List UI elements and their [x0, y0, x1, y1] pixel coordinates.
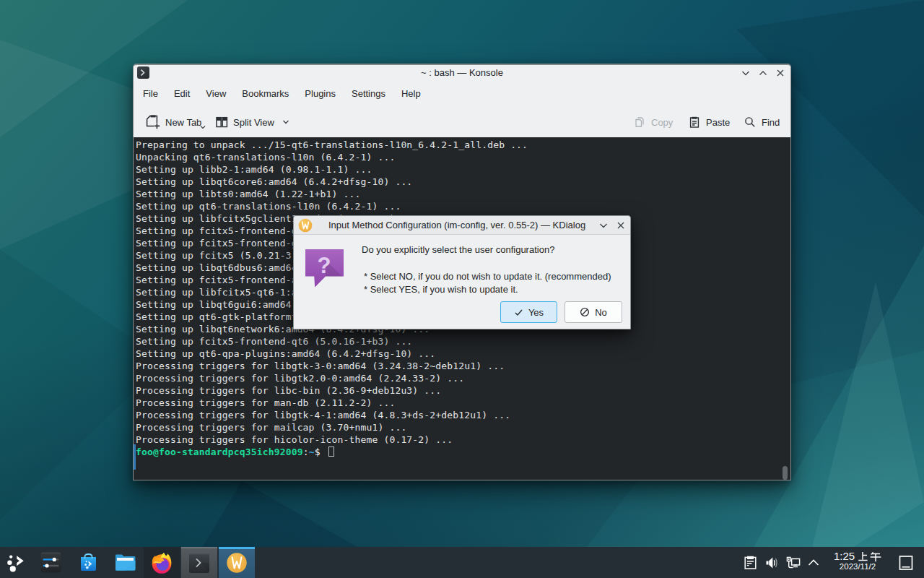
check-icon	[514, 308, 523, 317]
terminal-line: Processing triggers for hicolor-icon-the…	[136, 434, 528, 446]
terminal-line: Processing triggers for man-db (2.11.2-2…	[136, 397, 528, 409]
dialog-minimize-icon	[598, 220, 609, 231]
dialog-title: Input Method Configuration (im-config, v…	[294, 216, 630, 235]
new-tab-arrow-icon	[199, 124, 206, 130]
maximize-icon	[757, 67, 769, 79]
dialog-close-icon	[615, 220, 627, 231]
terminal-line: Setting up libts0:amd64 (1.22-1+b1) ...	[136, 188, 528, 200]
paste-icon	[688, 116, 701, 129]
prompt-user-host: foo@foo-standardpcq35ich92009	[136, 447, 303, 457]
menu-settings[interactable]: Settings	[344, 81, 393, 107]
expand-tray-icon[interactable]	[806, 547, 821, 578]
prompt-colon: :	[303, 447, 309, 457]
terminal-line: Preparing to unpack .../15-qt6-translati…	[136, 139, 528, 151]
task-firefox[interactable]	[144, 547, 180, 578]
maximize-button[interactable]	[757, 67, 769, 79]
terminal-line: Unpacking qt6-translations-l10n (6.4.2-1…	[136, 151, 528, 163]
terminal-line: Processing triggers for libc-bin (2.36-9…	[136, 384, 528, 397]
terminal-line: Setting up libb2-1:amd64 (0.98.1-1.1) ..…	[136, 163, 528, 176]
yes-button[interactable]: Yes	[500, 301, 557, 323]
chevron-up-icon	[808, 559, 819, 566]
question-icon: ?	[305, 249, 348, 288]
dialog-heading: Do you explicitly select the user config…	[362, 244, 554, 255]
prompt-dollar: $	[315, 447, 321, 457]
yes-label: Yes	[528, 307, 544, 318]
clipboard-tray-icon[interactable]	[743, 547, 757, 578]
terminal-cursor	[328, 447, 334, 457]
discover-launcher[interactable]	[77, 547, 100, 578]
tool-bar: New Tab Split View Copy	[134, 107, 790, 137]
window-titlebar[interactable]: ~ : bash — Konsole	[134, 65, 790, 81]
dialog-titlebar[interactable]: Input Method Configuration (im-config, v…	[294, 216, 630, 235]
discover-icon	[78, 552, 99, 573]
close-icon	[775, 67, 786, 79]
paste-button[interactable]: Paste	[688, 107, 730, 137]
minimize-icon	[740, 67, 751, 79]
firefox-icon	[150, 551, 173, 574]
cancel-icon	[580, 307, 590, 317]
konsole-icon	[188, 552, 210, 574]
terminal-line: Setting up fcitx5-frontend-qt6 (5.0.16-1…	[136, 335, 528, 348]
task-kdialog[interactable]	[219, 547, 255, 578]
new-tab-icon	[146, 115, 160, 129]
terminal-prompt-line: foo@foo-standardpcq35ich92009:~$	[136, 446, 528, 458]
minimize-button[interactable]	[740, 67, 751, 79]
network-tray-icon[interactable]	[785, 547, 801, 578]
split-view-arrow-icon	[282, 118, 290, 126]
find-icon	[744, 116, 757, 129]
dolphin-launcher[interactable]	[113, 547, 136, 578]
copy-label: Copy	[651, 117, 673, 128]
kde-launcher-icon	[6, 553, 26, 573]
kdialog-window: Input Method Configuration (im-config, v…	[293, 215, 631, 329]
clock-date: 2023/11/2	[829, 562, 886, 571]
dolphin-folder-icon	[114, 552, 136, 573]
menu-view[interactable]: View	[198, 81, 234, 107]
window-title: ~ : bash — Konsole	[134, 65, 790, 81]
menu-bar: File Edit View Bookmarks Plugins Setting…	[134, 81, 790, 107]
dialog-close-button[interactable]	[615, 220, 627, 231]
terminal-line: Setting up qt6-translations-l10n (6.4.2-…	[136, 200, 528, 212]
find-label: Find	[762, 117, 780, 128]
menu-help[interactable]: Help	[393, 81, 429, 107]
copy-icon	[633, 116, 646, 129]
copy-button[interactable]: Copy	[633, 107, 673, 137]
prompt-path: ~	[309, 447, 315, 457]
clock-time: 1:25	[829, 551, 886, 562]
show-desktop-button[interactable]	[895, 547, 917, 578]
system-settings-launcher[interactable]	[39, 547, 62, 578]
find-button[interactable]: Find	[744, 107, 780, 137]
menu-bookmarks[interactable]: Bookmarks	[234, 81, 297, 107]
volume-tray-icon[interactable]	[764, 547, 780, 578]
am-cjk-label	[858, 551, 881, 562]
no-button[interactable]: No	[565, 301, 622, 323]
terminal-line: Setting up qt6-qpa-plugins:amd64 (6.4.2+…	[136, 348, 528, 360]
menu-edit[interactable]: Edit	[166, 81, 198, 107]
new-output-indicator	[134, 444, 136, 470]
scrollbar-thumb[interactable]	[783, 466, 788, 480]
split-view-label: Split View	[233, 117, 274, 128]
network-wired-icon	[786, 556, 801, 569]
dialog-option-yes: * Select YES, if you wish to update it.	[364, 284, 518, 295]
split-view-button[interactable]: Split View	[215, 107, 290, 137]
digital-clock[interactable]: 1:25 2023/11/2	[829, 547, 886, 578]
new-tab-button[interactable]: New Tab	[146, 107, 206, 137]
kdialog-gold-icon	[226, 552, 248, 574]
terminal-line: Processing triggers for libgtk-3-0:amd64…	[136, 360, 528, 372]
terminal-line: Processing triggers for libgtk-4-1:amd64…	[136, 409, 528, 421]
dialog-option-no: * Select NO, if you do not wish to updat…	[364, 271, 611, 282]
show-desktop-icon	[899, 555, 913, 571]
no-label: No	[595, 307, 607, 318]
task-konsole[interactable]	[181, 547, 217, 578]
svg-text:?: ?	[318, 253, 331, 278]
terminal-line: Processing triggers for libgtk2.0-0:amd6…	[136, 372, 528, 384]
terminal-line: Processing triggers for mailcap (3.70+nm…	[136, 421, 528, 434]
close-button[interactable]	[775, 67, 786, 79]
volume-icon	[765, 556, 779, 569]
system-settings-icon	[40, 552, 61, 573]
question-bubble-icon: ?	[305, 249, 348, 289]
application-launcher-button[interactable]	[4, 547, 27, 578]
menu-plugins[interactable]: Plugins	[297, 81, 344, 107]
dialog-minimize-button[interactable]	[598, 220, 609, 231]
split-view-icon	[215, 116, 228, 129]
menu-file[interactable]: File	[135, 81, 166, 107]
